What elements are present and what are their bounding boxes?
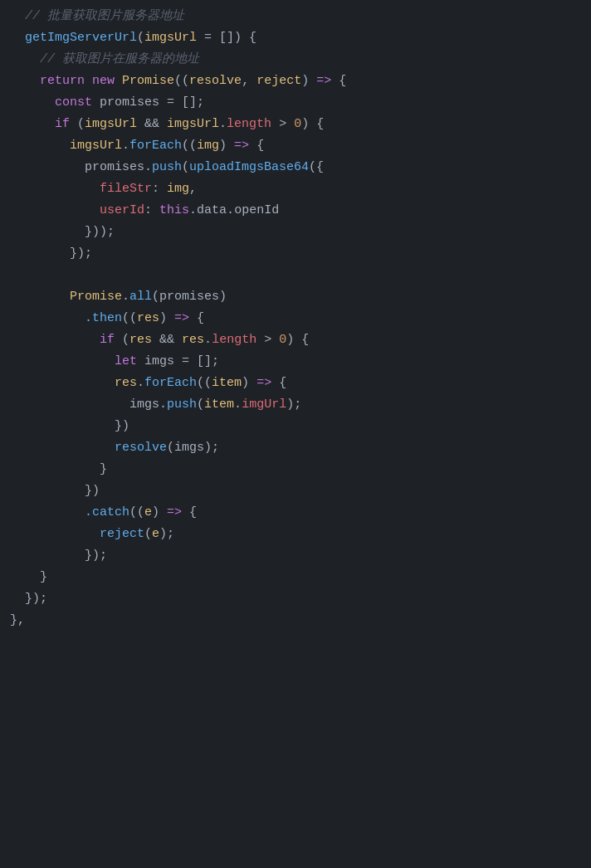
code-token: ) (219, 136, 234, 156)
code-token: length (212, 330, 256, 350)
code-token (137, 352, 144, 372)
code-token: . (234, 395, 242, 415)
code-token: .catch (85, 503, 129, 523)
code-token: > (256, 330, 279, 350)
code-token: uploadImgsBase64 (189, 158, 309, 178)
code-token: imgsUrl (85, 115, 137, 134)
code-line: } (0, 568, 591, 589)
code-token: ({ (309, 158, 324, 178)
code-token (115, 71, 122, 91)
code-token: const (55, 93, 92, 113)
code-line: if (imgsUrl && imgsUrl.length > 0) { (0, 115, 591, 136)
code-token: } (100, 460, 107, 480)
code-token: (( (197, 373, 212, 393)
code-token: promises (159, 287, 219, 307)
code-token (10, 568, 40, 588)
code-token (10, 524, 100, 544)
code-token: resolve (115, 438, 167, 458)
code-token: fileStr (100, 179, 152, 199)
code-token: (( (182, 136, 197, 156)
code-line: fileStr: img, (0, 179, 591, 201)
code-token: ); (204, 438, 219, 458)
code-token: { (189, 309, 204, 329)
code-token (10, 71, 40, 91)
code-line (0, 266, 591, 287)
code-token: img (167, 179, 189, 199)
code-token (10, 222, 85, 242)
code-token: 批量获取图片服务器地址 (47, 7, 184, 27)
code-token: (( (122, 309, 137, 329)
code-token: ( (182, 158, 189, 178)
code-token: return (40, 71, 85, 91)
code-token: res (129, 330, 152, 350)
code-line: })); (0, 222, 591, 244)
code-token: = (159, 93, 182, 113)
code-token: > (271, 115, 294, 134)
code-line: }) (0, 417, 591, 438)
code-token (10, 373, 115, 393)
code-line: }) (0, 481, 591, 503)
code-token: reject (100, 524, 144, 544)
code-token: (( (174, 71, 189, 91)
code-token: ) (152, 503, 167, 523)
code-line: const promises = []; (0, 93, 591, 115)
code-token: }); (85, 546, 107, 566)
code-token: ); (159, 524, 174, 544)
code-token (92, 93, 100, 113)
code-token: Promise (122, 71, 174, 91)
code-token: imgsUrl (167, 115, 219, 134)
code-token: imgs (129, 395, 159, 415)
code-token (10, 438, 115, 458)
code-token: ) { (234, 28, 256, 48)
code-token: { (249, 136, 264, 156)
code-token: all (129, 287, 152, 307)
code-token (10, 287, 70, 307)
code-token: } (10, 611, 17, 631)
code-token (85, 71, 92, 91)
code-token: length (227, 115, 271, 134)
code-token (10, 93, 55, 113)
code-token: ( (197, 395, 204, 415)
code-token: , (17, 611, 25, 631)
code-line: .catch((e) => { (0, 503, 591, 524)
code-token: []; (197, 352, 219, 372)
code-line: getImgServerUrl(imgsUrl = []) { (0, 28, 591, 50)
code-token (10, 115, 55, 134)
code-token: imgs (174, 438, 204, 458)
code-token: e (152, 524, 159, 544)
code-token: img (197, 136, 219, 156)
code-token: { (331, 71, 346, 91)
code-token: = (197, 28, 219, 48)
code-token: new (92, 71, 115, 91)
code-token: . (204, 330, 212, 350)
code-token: ) { (301, 115, 324, 134)
code-line: imgs.push(item.imgUrl); (0, 395, 591, 417)
code-token: ( (167, 438, 174, 458)
code-token: 获取图片在服务器的地址 (62, 50, 199, 70)
code-token: Promise (70, 287, 122, 307)
code-token: getImgServerUrl (10, 28, 137, 48)
code-line: userId: this.data.openId (0, 201, 591, 222)
code-token: promises (100, 93, 159, 113)
code-token: let (115, 352, 137, 372)
code-token: . (137, 373, 144, 393)
code-line: .then((res) => { (0, 309, 591, 330)
code-token: => (256, 373, 271, 393)
code-token: this (159, 201, 189, 221)
code-token (10, 417, 115, 436)
code-token: }); (70, 244, 92, 264)
code-token: e (144, 503, 152, 523)
code-line: }, (0, 611, 591, 632)
code-token: ( (144, 524, 152, 544)
code-line: }); (0, 546, 591, 568)
code-token: if (55, 115, 70, 134)
code-line: } (0, 460, 591, 481)
code-token: imgsUrl (70, 136, 122, 156)
code-line: }); (0, 244, 591, 266)
code-token: ( (152, 287, 159, 307)
code-token: if (100, 330, 115, 350)
code-token: reject (256, 71, 301, 91)
code-token (10, 395, 129, 415)
code-token: { (271, 373, 286, 393)
code-line: return new Promise((resolve, reject) => … (0, 71, 591, 93)
